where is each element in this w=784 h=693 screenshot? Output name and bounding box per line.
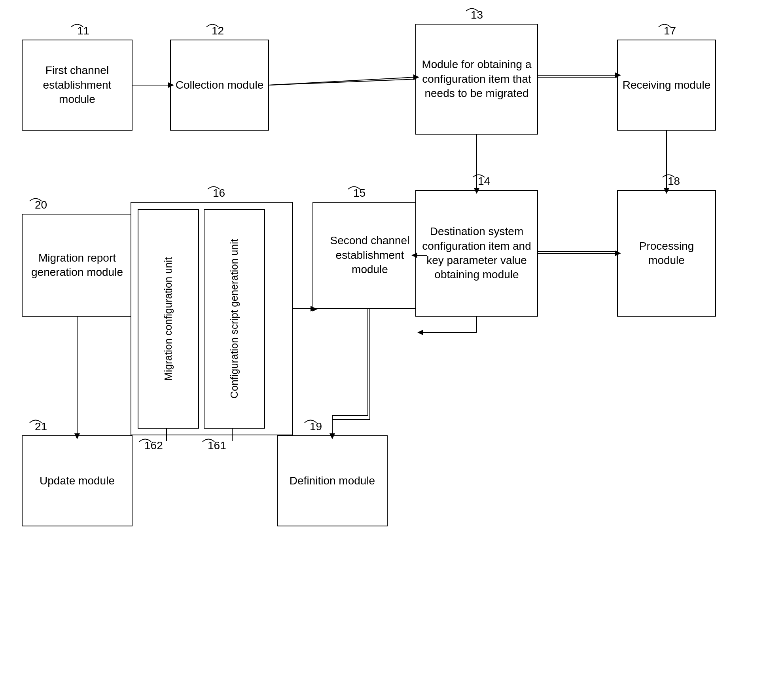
label-14: 14 <box>478 175 490 188</box>
label-11: 11 <box>77 25 89 37</box>
label-161: 161 <box>208 439 226 452</box>
box-18: Processing module <box>617 190 716 317</box>
label-21: 21 <box>35 420 47 433</box>
box-14-label: Destination system configuration item an… <box>420 224 533 282</box>
box-19: Definition module <box>277 435 388 526</box>
box-12-label: Collection module <box>176 78 264 92</box>
box-162-label: Migration configuration unit <box>162 257 175 380</box>
box-20-label: Migration report generation module <box>27 251 128 280</box>
box-15: Second channel establishment module <box>312 202 427 309</box>
label-19: 19 <box>310 420 322 433</box>
box-13: Module for obtaining a configuration ite… <box>415 24 538 135</box>
box-19-label: Definition module <box>290 474 375 488</box>
box-161-label: Configuration script generation unit <box>228 239 241 399</box>
box-14: Destination system configuration item an… <box>415 190 538 317</box>
box-12: Collection module <box>170 40 269 131</box>
box-15-label: Second channel establishment module <box>317 234 422 277</box>
label-16: 16 <box>213 187 225 199</box>
box-11-label: First channel establishment module <box>27 63 128 106</box>
box-16-inner1-migration-config: Migration configuration unit <box>138 209 199 429</box>
box-21: Update module <box>22 435 133 526</box>
box-20: Migration report generation module <box>22 214 133 317</box>
label-15: 15 <box>353 187 365 199</box>
box-13-label: Module for obtaining a configuration ite… <box>420 57 533 101</box>
label-18: 18 <box>668 175 680 188</box>
box-16-inner2-config-script: Configuration script generation unit <box>204 209 265 429</box>
label-162: 162 <box>144 439 163 452</box>
svg-line-29 <box>269 77 415 85</box>
box-17-label: Receiving module <box>623 78 711 92</box>
svg-marker-26 <box>417 330 423 335</box>
diagram: First channel establishment module 11 Co… <box>0 0 784 693</box>
label-20: 20 <box>35 199 47 211</box>
label-12: 12 <box>212 25 224 37</box>
box-11: First channel establishment module <box>22 40 133 131</box>
box-18-label: Processing module <box>622 239 711 268</box>
label-17: 17 <box>664 25 676 37</box>
box-21-label: Update module <box>40 474 115 488</box>
box-17: Receiving module <box>617 40 716 131</box>
svg-line-2 <box>269 79 415 85</box>
label-13: 13 <box>471 9 483 21</box>
